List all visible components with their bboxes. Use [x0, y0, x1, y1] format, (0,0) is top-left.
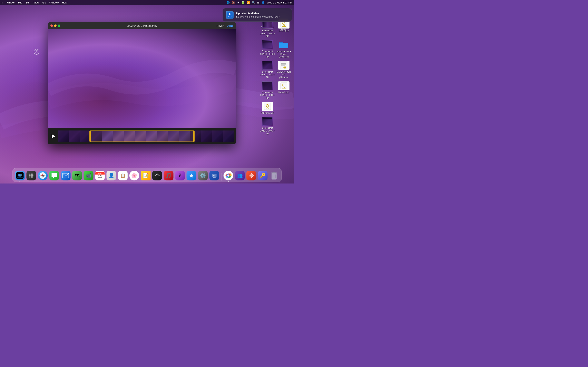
desktop-icon-screenshot-5[interactable]: Screenshot2022-0....00.17 PM: [259, 116, 276, 136]
dock-notch[interactable]: [209, 170, 220, 181]
dock-photos[interactable]: 🌸: [129, 170, 140, 181]
finder-dot: [20, 181, 20, 182]
wifi-icon[interactable]: 📶: [247, 1, 250, 4]
svg-point-36: [31, 176, 32, 178]
svg-text:↑: ↑: [229, 16, 230, 18]
empty-slot-6: [276, 116, 292, 136]
dock-accounts[interactable]: 👥: [234, 170, 245, 181]
screenshot-4-label: Screenshot2022-0....03.01 PM: [260, 91, 275, 100]
scrcert-thumb: [262, 102, 273, 111]
dock-appstore[interactable]: [186, 170, 197, 181]
screenshot-4-thumb: [262, 81, 273, 90]
video-controls: [48, 128, 236, 144]
film-strip[interactable]: [58, 131, 234, 142]
screenshot-3-label: Screenshot2022-0....02.34 PM: [260, 71, 275, 79]
dock-stickies[interactable]: 📝: [140, 170, 151, 181]
screenshot-5-thumb: [262, 117, 273, 126]
play-button[interactable]: [50, 133, 57, 140]
control-center-icon[interactable]: ⊞: [257, 1, 259, 4]
menubar-go[interactable]: Go: [43, 1, 46, 4]
mute-icon[interactable]: 🔇: [232, 1, 235, 4]
svg-point-47: [227, 175, 229, 176]
icon-row-4: Screenshot2022-0....03.01 PM MacOS.p12: [259, 80, 292, 101]
screenshot-5-label: Screenshot2022-0....00.17 PM: [260, 127, 275, 135]
minimize-traffic-light[interactable]: [54, 25, 57, 27]
scrcert-label: SCRCerti.p12: [261, 112, 274, 115]
desktop-icon-gamesee[interactable]: gamesee doc -Google Docs_files: [276, 39, 292, 59]
dock-safari[interactable]: [38, 170, 48, 181]
search-icon[interactable]: 🔍: [252, 1, 255, 4]
desktop-icon-screenshot-4[interactable]: Screenshot2022-0....03.01 PM: [259, 80, 276, 101]
chrome-dot: [228, 181, 229, 182]
icon-row-6: Screenshot2022-0....00.17 PM: [259, 116, 292, 136]
certi1-label: Certi1.p12: [279, 29, 289, 32]
dock-music[interactable]: 🎵: [163, 170, 174, 181]
done-button[interactable]: Done: [227, 24, 233, 27]
dock-reminders[interactable]: 📋: [118, 170, 128, 181]
menubar:  Finder File Edit View Go Window Help 🌐…: [0, 0, 294, 5]
macos-p12-label: MacOS.p12: [278, 91, 289, 94]
dock-separator: [221, 173, 222, 181]
desktop-icons-grid: Screenshot2022-0....00.33 PM Certi1.p12: [259, 18, 292, 136]
video-frame: [48, 29, 236, 128]
notification-body: Do you want to install the updates now?: [236, 15, 289, 18]
svg-point-29: [29, 174, 31, 175]
dock-raycast[interactable]: [246, 170, 257, 181]
svg-point-31: [32, 174, 34, 175]
menubar-left:  Finder File Edit View Go Window Help: [2, 1, 67, 4]
dock-messages[interactable]: [49, 170, 60, 181]
video-editor-window: 2022-04-27 14/55/35.mov Revert Done: [48, 22, 236, 144]
timeline-strip[interactable]: [48, 128, 236, 144]
revert-button[interactable]: Revert: [216, 24, 224, 27]
close-circle-icon[interactable]: [34, 49, 39, 55]
close-traffic-light[interactable]: [51, 25, 53, 27]
globe-icon[interactable]: 🌐: [226, 1, 230, 4]
dock: 🗺 📹 MAY 11 👤 📋 🌸 📝 🎵: [12, 168, 282, 182]
screenshot-3-thumb: [262, 61, 273, 70]
dock-calendar[interactable]: MAY 11: [95, 170, 105, 181]
menubar-finder[interactable]: Finder: [7, 1, 15, 4]
battery-icon[interactable]: 🔋: [241, 1, 245, 4]
datetime-display: Wed 11 May 4:03 PM: [267, 1, 292, 4]
certsigning-label: MacOS.certSigningRequest: [277, 71, 291, 79]
notification-app-icon: ↑: [226, 11, 234, 19]
menubar-window[interactable]: Window: [49, 1, 59, 4]
notification-title: Updates Available: [236, 12, 289, 15]
dock-finder[interactable]: [15, 170, 25, 181]
svg-rect-50: [273, 172, 276, 173]
desktop-icon-macos-p12[interactable]: MacOS.p12: [276, 80, 292, 101]
maximize-traffic-light[interactable]: [58, 25, 60, 27]
dock-mail[interactable]: [61, 170, 71, 181]
dock-launchpad[interactable]: [26, 170, 37, 181]
dock-chrome[interactable]: [223, 170, 234, 181]
notification-text: Updates Available Do you want to install…: [236, 12, 289, 18]
desktop-icon-screenshot-3[interactable]: Screenshot2022-0....02.34 PM: [259, 59, 276, 80]
bluetooth-icon[interactable]: ✱: [237, 1, 239, 4]
menubar-file[interactable]: File: [18, 1, 22, 4]
dock-podcasts[interactable]: 🎙: [175, 170, 185, 181]
menubar-help[interactable]: Help: [62, 1, 67, 4]
dock-trash[interactable]: [269, 170, 279, 181]
window-actions: Revert Done: [216, 24, 233, 27]
menubar-view[interactable]: View: [34, 1, 39, 4]
screenshot-1-label: Screenshot2022-0....00.33 PM: [260, 29, 275, 38]
desktop-icon-certsigning[interactable]: MacOS.certSigningRequest: [276, 59, 292, 80]
apple-menu[interactable]: : [2, 1, 3, 4]
close-button-overlay[interactable]: [34, 49, 39, 55]
dock-facetime[interactable]: 📹: [83, 170, 94, 181]
icon-row-2: Screenshot2022-0....01.39 PM gamesee doc…: [259, 39, 292, 59]
play-triangle-icon: [52, 134, 55, 138]
svg-rect-28: [17, 177, 23, 178]
macos-p12-thumb: [278, 81, 290, 90]
gamesee-thumb: [278, 40, 290, 49]
dock-appletv[interactable]: [152, 170, 163, 181]
updates-notification[interactable]: ↑ Updates Available Do you want to insta…: [223, 8, 292, 22]
desktop-icon-scrcert[interactable]: SCRCerti.p12: [259, 101, 276, 116]
dock-contacts[interactable]: 👤: [106, 170, 117, 181]
desktop-icon-screenshot-2[interactable]: Screenshot2022-0....01.39 PM: [259, 39, 276, 59]
menubar-edit[interactable]: Edit: [26, 1, 30, 4]
user-icon[interactable]: 👤: [261, 1, 265, 4]
dock-syspref[interactable]: ⚙️: [198, 170, 208, 181]
dock-keychain[interactable]: 🔑: [258, 170, 268, 181]
dock-maps[interactable]: 🗺: [72, 170, 82, 181]
